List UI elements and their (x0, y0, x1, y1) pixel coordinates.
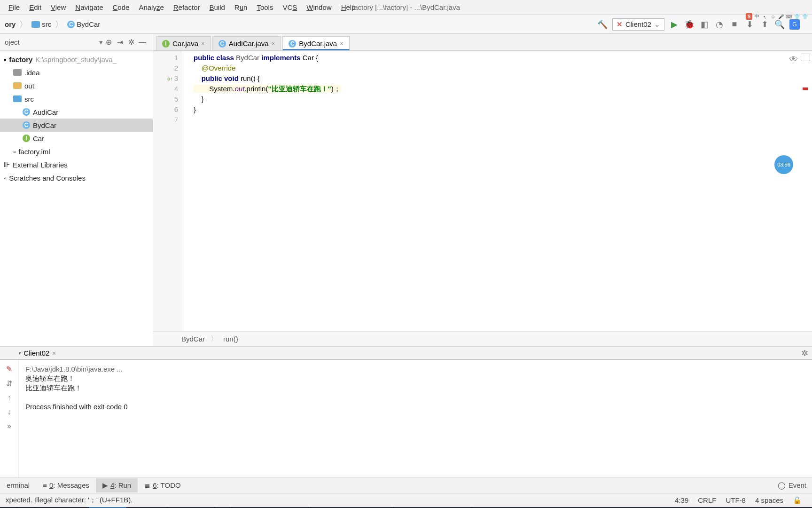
tab-terminal[interactable]: erminal (0, 478, 36, 492)
close-icon[interactable]: × (201, 40, 205, 47)
tab-bydcar[interactable]: CBydCar.java× (282, 36, 349, 50)
menu-edit[interactable]: Edit (24, 1, 46, 13)
project-sidebar: oject ▾ ⊕ ⇥ ✲ — ▪ factory K:\springboot_… (0, 34, 153, 346)
menu-build[interactable]: Build (204, 1, 229, 13)
toolbar: ory 〉 src 〉 CBydCar 🔨 ✕ Client02 ⌄ ▶ 🐞 ◧… (0, 15, 812, 34)
editor-breadcrumb: BydCar 〉 run() (153, 331, 812, 346)
file-icon: ▫ (13, 148, 16, 156)
rerun-button[interactable]: ✎ (6, 365, 12, 373)
tree-folder-src[interactable]: src (0, 92, 153, 105)
profile-button[interactable]: ◔ (714, 19, 725, 30)
lock-icon[interactable]: 🔓 (788, 496, 806, 505)
folder-icon (13, 82, 22, 89)
floating-timer[interactable]: 03:56 (774, 155, 793, 174)
project-tree: ▪ factory K:\springboot_study\java_ .ide… (0, 51, 153, 186)
bottom-tool-tabs: erminal ≡0: Messages ▶4: Run ≣6: TODO ◯E… (0, 477, 812, 493)
library-icon: ⊪ (4, 160, 10, 169)
tree-file-iml[interactable]: ▫factory.iml (0, 145, 153, 158)
folder-icon (13, 95, 22, 102)
status-position[interactable]: 4:39 (670, 496, 693, 504)
translate-button[interactable]: G (789, 19, 800, 30)
menu-navigate[interactable]: Navigate (70, 1, 108, 13)
run-tab-bar: ▫ Client02 × ✲ (0, 346, 812, 359)
menu-bar: File Edit View Navigate Code Analyze Ref… (0, 0, 812, 15)
run-config-selector[interactable]: ✕ Client02 ⌄ (612, 18, 664, 31)
run-toolbar: ✎ ⇵ ↑ ↓ » (0, 360, 19, 477)
status-eol[interactable]: CRLF (693, 496, 721, 504)
gear-icon[interactable]: ✲ (801, 348, 808, 358)
tab-run[interactable]: ▶4: Run (96, 478, 138, 492)
status-encoding[interactable]: UTF-8 (721, 496, 750, 504)
menu-refactor[interactable]: Refactor (169, 1, 205, 13)
close-icon[interactable]: × (52, 349, 56, 357)
crumb-class[interactable]: BydCar (181, 335, 205, 343)
tab-car[interactable]: ICar.java× (156, 36, 211, 50)
code-content[interactable]: public class BydCar implements Car { @Ov… (181, 51, 784, 331)
error-stripe[interactable] (803, 87, 808, 90)
gear-icon[interactable]: ✲ (125, 38, 137, 47)
class-icon: C (23, 108, 30, 116)
run-tab-client02[interactable]: ▫ Client02 × (14, 347, 61, 359)
tab-eventlog[interactable]: ◯Event (778, 481, 812, 490)
tree-scratches[interactable]: ◦Scratches and Consoles (0, 171, 153, 184)
line-gutter: 12o↑34567 (153, 51, 181, 331)
menu-view[interactable]: View (46, 1, 70, 13)
menu-analyze[interactable]: Analyze (134, 1, 168, 13)
status-message: xpected. Illegal character: '；' (U+FF1B)… (6, 496, 670, 505)
ime-indicator[interactable]: S中•,☺🎤⌨👕👕 (746, 13, 808, 20)
tab-messages[interactable]: ≡0: Messages (36, 478, 96, 492)
tree-external-libs[interactable]: ⊪External Libraries (0, 158, 153, 171)
search-button[interactable]: 🔍 (774, 19, 785, 30)
minimap-icon[interactable] (801, 54, 810, 61)
run-config-name: Client02 (625, 20, 651, 28)
build-icon[interactable]: 🔨 (597, 19, 608, 30)
vcs-commit-button[interactable]: ⬆ (759, 19, 770, 30)
debug-button[interactable]: 🐞 (684, 19, 695, 30)
up-button[interactable]: ↑ (8, 394, 11, 402)
breadcrumb-file[interactable]: CBydCar (65, 19, 102, 29)
menu-window[interactable]: Window (302, 1, 336, 13)
more-button[interactable]: » (7, 422, 11, 430)
menu-code[interactable]: Code (108, 1, 134, 13)
code-editor[interactable]: 12o↑34567 public class BydCar implements… (153, 51, 812, 331)
menu-vcs[interactable]: VCS (278, 1, 302, 13)
down-button[interactable]: ↓ (8, 408, 11, 416)
menu-run[interactable]: Run (230, 1, 252, 13)
run-button[interactable]: ▶ (669, 19, 679, 30)
scratch-icon: ◦ (4, 174, 6, 182)
stop-button[interactable]: ■ (729, 19, 740, 30)
tree-project-root[interactable]: ▪ factory K:\springboot_study\java_ (0, 53, 153, 66)
breadcrumb-folder[interactable]: src (30, 19, 53, 29)
console-output[interactable]: F:\Java\jdk1.8.0\bin\java.exe ... 奥迪轿车在跑… (19, 360, 812, 477)
stop-button[interactable]: ⇵ (6, 379, 12, 388)
menu-file[interactable]: File (4, 1, 24, 13)
breadcrumb-root[interactable]: ory (3, 19, 17, 29)
interface-icon: I (23, 135, 30, 142)
tree-file-car[interactable]: ICar (0, 132, 153, 145)
tree-folder-idea[interactable]: .idea (0, 66, 153, 79)
hide-icon[interactable]: — (137, 38, 148, 47)
folder-icon (31, 21, 40, 28)
close-icon[interactable]: × (340, 40, 344, 47)
status-indent[interactable]: 4 spaces (750, 496, 788, 504)
inspection-icon[interactable]: 👁 (789, 55, 798, 64)
tree-file-bydcar[interactable]: CBydCar (0, 119, 153, 132)
sidebar-header: oject ▾ ⊕ ⇥ ✲ — (0, 34, 153, 51)
sidebar-title[interactable]: oject (5, 38, 97, 46)
vcs-update-button[interactable]: ⬇ (744, 19, 755, 30)
collapse-icon[interactable]: ⇥ (114, 38, 125, 47)
module-icon: ▪ (4, 56, 6, 64)
tab-audicar[interactable]: CAudiCar.java× (212, 36, 281, 50)
close-icon[interactable]: × (272, 40, 275, 47)
run-tab-icon: ▫ (19, 349, 21, 357)
tree-file-audicar[interactable]: CAudiCar (0, 105, 153, 119)
menu-tools[interactable]: Tools (252, 1, 278, 13)
override-mark-icon[interactable]: o↑ (167, 73, 173, 84)
tab-todo[interactable]: ≣6: TODO (138, 478, 187, 492)
class-icon: C (23, 121, 30, 129)
tree-folder-out[interactable]: out (0, 79, 153, 92)
coverage-button[interactable]: ◧ (699, 19, 710, 30)
locate-icon[interactable]: ⊕ (103, 38, 114, 47)
chevron-down-icon[interactable]: ▾ (99, 38, 103, 47)
crumb-method[interactable]: run() (223, 335, 238, 343)
